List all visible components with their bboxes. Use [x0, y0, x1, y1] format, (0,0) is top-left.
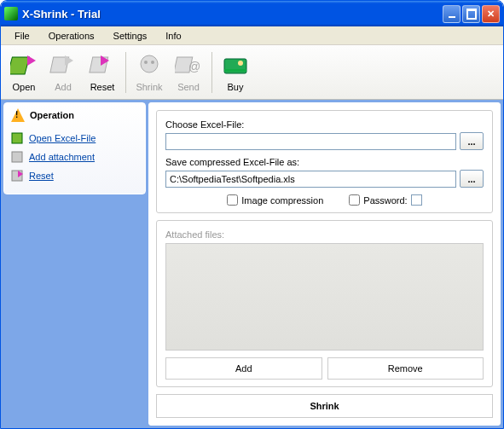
menu-operations[interactable]: Operations: [40, 29, 103, 43]
menu-file[interactable]: File: [6, 29, 38, 43]
svg-rect-12: [12, 152, 22, 162]
attached-files-label: Attached files:: [165, 229, 484, 240]
reset-small-icon: [11, 169, 25, 183]
svg-rect-0: [10, 57, 29, 74]
menu-info[interactable]: Info: [157, 29, 189, 43]
shrink-button[interactable]: Shrink: [156, 394, 493, 418]
main-panel: Choose Excel-File: ... Save compressed E…: [148, 102, 501, 426]
choose-file-browse-button[interactable]: ...: [460, 132, 484, 150]
toolbar-separator: [125, 52, 126, 93]
toolbar-send-button[interactable]: @ Send: [169, 49, 208, 96]
toolbar-open-button[interactable]: Open: [4, 49, 43, 96]
minimize-button[interactable]: [443, 5, 461, 23]
menu-settings[interactable]: Settings: [105, 29, 156, 43]
svg-point-4: [144, 61, 148, 64]
attached-files-list[interactable]: [165, 243, 484, 351]
choose-file-input[interactable]: [165, 133, 456, 150]
toolbar: Open Add Reset Shrink @ Send: [1, 45, 503, 100]
titlebar: X-Shrink - Trial: [1, 1, 503, 26]
menubar: File Operations Settings Info: [1, 26, 503, 45]
save-file-browse-button[interactable]: ...: [460, 170, 484, 188]
attachment-icon: [11, 150, 25, 164]
reset-icon: [89, 52, 116, 79]
attached-files-group: Attached files: Add Remove: [156, 220, 493, 387]
svg-point-9: [238, 61, 243, 66]
toolbar-shrink-button[interactable]: Shrink: [130, 49, 169, 96]
save-file-input[interactable]: [165, 171, 456, 188]
buy-icon: [222, 52, 249, 79]
close-button[interactable]: [482, 5, 500, 23]
window-title: X-Shrink - Trial: [22, 8, 443, 20]
svg-text:@: @: [188, 60, 200, 73]
sidebar-link-reset[interactable]: Reset: [11, 166, 138, 185]
toolbar-reset-button[interactable]: Reset: [83, 49, 122, 96]
app-icon: [4, 7, 18, 20]
toolbar-add-button[interactable]: Add: [43, 49, 83, 96]
sidebar: Operation Open Excel-File Add attachment: [3, 102, 146, 426]
file-group: Choose Excel-File: ... Save compressed E…: [156, 110, 493, 213]
image-compression-checkbox[interactable]: Image compression: [227, 194, 323, 206]
maximize-button[interactable]: [462, 5, 480, 23]
svg-point-5: [151, 61, 154, 64]
svg-point-3: [141, 55, 158, 72]
sidebar-header: Operation: [4, 103, 145, 129]
send-icon: @: [175, 52, 202, 79]
toolbar-separator-2: [211, 52, 212, 93]
warning-icon: [11, 108, 25, 122]
svg-rect-13: [12, 171, 22, 181]
excel-icon: [11, 131, 25, 145]
toolbar-buy-button[interactable]: Buy: [216, 49, 255, 96]
remove-attachment-button[interactable]: Remove: [327, 357, 484, 380]
svg-rect-11: [12, 133, 22, 143]
choose-file-label: Choose Excel-File:: [165, 119, 484, 130]
svg-rect-10: [224, 69, 246, 72]
sidebar-link-add-attachment[interactable]: Add attachment: [11, 148, 138, 166]
save-file-label: Save compressed Excel-File as:: [165, 157, 484, 167]
password-input[interactable]: [411, 194, 422, 206]
add-attachment-button[interactable]: Add: [165, 357, 322, 380]
add-icon: [49, 52, 77, 79]
password-checkbox[interactable]: Password:: [349, 194, 421, 206]
shrink-icon: [136, 52, 163, 79]
open-icon: [10, 52, 38, 79]
sidebar-link-open-excel[interactable]: Open Excel-File: [11, 129, 138, 148]
sidebar-operation-panel: Operation Open Excel-File Add attachment: [3, 102, 146, 194]
